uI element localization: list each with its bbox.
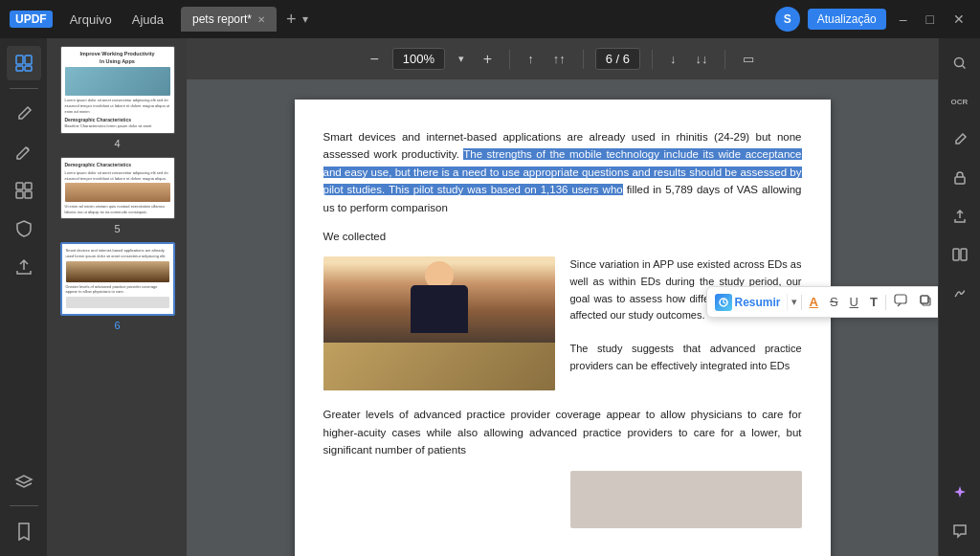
- copy-icon[interactable]: [915, 292, 936, 312]
- thumbnail-panel: Improve Working ProductivityIn Using App…: [48, 38, 187, 556]
- thumb-4-image: [65, 67, 170, 96]
- right-sidebar-ai[interactable]: [943, 476, 977, 510]
- tabs-area: pets report* ✕ + ▾: [181, 7, 775, 32]
- sidebar-icon-organize[interactable]: [7, 173, 41, 208]
- zoom-out-button[interactable]: −: [365, 47, 385, 72]
- pdf-left-column: [323, 256, 555, 390]
- thumb-4-title: Improve Working ProductivityIn Using App…: [65, 51, 170, 65]
- thumb-4-subtitle: Demographic Characteristics: [65, 117, 170, 123]
- svg-rect-16: [961, 249, 967, 260]
- menu-bar: Arquivo Ajuda: [62, 9, 171, 31]
- resumir-logo[interactable]: Resumir: [715, 294, 788, 311]
- pdf-paragraph-2: We collected: [323, 228, 802, 245]
- toolbar-separator-1: [509, 50, 510, 69]
- svg-rect-2: [16, 66, 23, 71]
- svg-rect-15: [953, 249, 959, 260]
- page-down-button[interactable]: ↓: [664, 48, 682, 70]
- minimize-button[interactable]: –: [894, 11, 913, 27]
- presentation-button[interactable]: ▭: [737, 48, 760, 70]
- toolbar-sep-1: [801, 295, 802, 310]
- thumb-5-text: Lorem ipsum dolor sit amet consectetur a…: [65, 170, 170, 181]
- thumb-5-number: 5: [114, 223, 120, 234]
- pdf-image-lady: [323, 256, 555, 390]
- highlight-icon[interactable]: A: [806, 293, 822, 311]
- thumbnail-5[interactable]: Demographic Characteristics Lorem ipsum …: [56, 157, 179, 234]
- title-bar: UPDF Arquivo Ajuda pets report* ✕ + ▾ S …: [0, 0, 980, 38]
- svg-rect-9: [895, 295, 906, 303]
- update-button[interactable]: Atualização: [808, 9, 886, 30]
- right-sidebar-compare[interactable]: [943, 237, 977, 272]
- new-tab-button[interactable]: +: [280, 10, 302, 30]
- toolbar-separator-3: [652, 50, 653, 69]
- thumb-6-text: Smart devices and internet-based applica…: [66, 248, 169, 258]
- right-sidebar: OCR: [938, 38, 980, 556]
- comment-icon[interactable]: [890, 292, 911, 312]
- sidebar-icon-export[interactable]: [7, 250, 41, 284]
- toolbar: − 100% ▾ + ↑ ↑↑ 6 / 6 ↓ ↓↓ ▭: [187, 38, 938, 80]
- thumb-img-6[interactable]: Smart devices and internet-based applica…: [60, 242, 175, 315]
- content-area: − 100% ▾ + ↑ ↑↑ 6 / 6 ↓ ↓↓ ▭ Smart devic…: [187, 38, 938, 556]
- resumir-icon: [715, 294, 732, 311]
- svg-point-13: [954, 58, 963, 67]
- right-sidebar-annotate[interactable]: [943, 122, 977, 157]
- sidebar-icon-layers[interactable]: [7, 463, 41, 498]
- sidebar-icon-protect[interactable]: [7, 211, 41, 246]
- zoom-in-button[interactable]: +: [478, 47, 498, 72]
- sidebar-icon-pages[interactable]: [7, 46, 41, 80]
- pdf-paragraph-1: Smart devices and internet-based applica…: [323, 128, 802, 216]
- thumb-5-title: Demographic Characteristics: [65, 162, 170, 168]
- right-sidebar-lock[interactable]: [943, 161, 977, 195]
- right-sidebar-ocr[interactable]: OCR: [943, 84, 977, 119]
- page-bottom-button[interactable]: ↓↓: [689, 48, 713, 70]
- pdf-right-column: Since variation in APP use existed acros…: [570, 256, 802, 390]
- maximize-button[interactable]: □: [921, 11, 940, 27]
- thumb-6-image2: [66, 297, 169, 308]
- toolbar-sep-2: [885, 295, 886, 310]
- pdf-two-column: Since variation in APP use existed acros…: [323, 256, 802, 390]
- thumb-5-text2: Ut enim ad minim veniam quis nostrud exe…: [65, 204, 170, 214]
- sidebar-icon-edit[interactable]: [7, 97, 41, 131]
- menu-ajuda[interactable]: Ajuda: [124, 9, 171, 31]
- thumbnail-6[interactable]: Smart devices and internet-based applica…: [56, 242, 179, 330]
- tab-close-button[interactable]: ✕: [257, 14, 265, 25]
- svg-rect-4: [16, 183, 23, 189]
- resumir-label: Resumir: [735, 296, 781, 309]
- svg-rect-1: [25, 56, 32, 64]
- tabs-dropdown[interactable]: ▾: [302, 12, 308, 26]
- zoom-dropdown-button[interactable]: ▾: [453, 49, 470, 69]
- right-sidebar-sign[interactable]: [943, 276, 977, 310]
- right-sidebar-share[interactable]: [943, 199, 977, 234]
- table-surface: [323, 343, 555, 390]
- svg-rect-7: [25, 191, 32, 198]
- fit-height-button[interactable]: ↑: [522, 48, 540, 70]
- right-sidebar-comment[interactable]: [943, 514, 977, 548]
- pdf-bottom-row: [323, 471, 802, 528]
- svg-rect-11: [921, 296, 928, 303]
- text-format-icon[interactable]: T: [866, 293, 881, 311]
- sidebar-icon-annotate[interactable]: [7, 135, 41, 169]
- app-logo: UPDF: [10, 11, 53, 28]
- menu-arquivo[interactable]: Arquivo: [62, 9, 120, 31]
- page-content-area: Smart devices and internet-based applica…: [295, 100, 831, 556]
- underline-icon[interactable]: U: [846, 293, 862, 311]
- thumb-img-4[interactable]: Improve Working ProductivityIn Using App…: [60, 46, 175, 134]
- resumir-dropdown[interactable]: ▾: [791, 296, 797, 308]
- lady-body: [411, 285, 468, 333]
- active-tab[interactable]: pets report* ✕: [181, 7, 277, 32]
- thumbnail-4[interactable]: Improve Working ProductivityIn Using App…: [56, 46, 179, 149]
- text-selection-toolbar: Resumir ▾ A S U T: [706, 286, 939, 318]
- right-sidebar-search[interactable]: [943, 46, 977, 80]
- strikethrough-icon[interactable]: S: [826, 293, 842, 311]
- title-bar-right: S Atualização – □ ✕: [775, 7, 970, 32]
- svg-rect-5: [25, 183, 32, 189]
- close-button[interactable]: ✕: [947, 11, 970, 27]
- fit-top-button[interactable]: ↑↑: [547, 48, 571, 70]
- page-display: 6 / 6: [595, 48, 640, 70]
- svg-rect-14: [955, 177, 965, 184]
- pdf-bottom-image: [570, 471, 802, 528]
- pdf-text-2a: We collected: [323, 231, 387, 242]
- pdf-bottom-left-col: [323, 471, 555, 528]
- thumb-img-5[interactable]: Demographic Characteristics Lorem ipsum …: [60, 157, 175, 219]
- thumb-6-text2: Greater levels of advanced practice prov…: [66, 284, 169, 295]
- sidebar-icon-bookmark[interactable]: [7, 514, 41, 548]
